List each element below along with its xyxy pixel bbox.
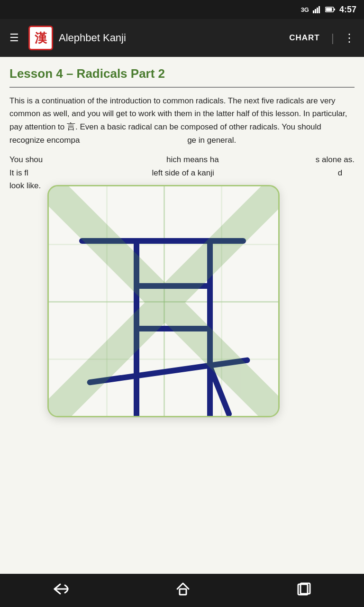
status-bar: 3G 4:57 [0, 0, 364, 19]
title-divider [9, 87, 355, 88]
home-nav-icon[interactable] [175, 581, 191, 600]
lesson-title: Lesson 4 – Radicals Part 2 [9, 66, 355, 81]
hamburger-menu-icon[interactable]: ☰ [6, 28, 23, 48]
back-nav-icon[interactable] [53, 582, 70, 599]
more-options-icon[interactable]: ⋮ [340, 28, 358, 48]
signal-indicator: 3G [301, 6, 309, 13]
clock: 4:57 [339, 5, 356, 15]
svg-rect-0 [313, 10, 314, 13]
grid-guide-svg [49, 186, 280, 417]
divider: | [331, 31, 334, 45]
svg-rect-3 [318, 6, 320, 13]
recents-nav-icon[interactable] [296, 581, 311, 600]
chart-button[interactable]: CHART [283, 29, 326, 46]
battery-icon [325, 6, 336, 13]
nav-bar [0, 574, 364, 607]
drawing-canvas[interactable] [47, 185, 280, 417]
svg-rect-2 [317, 8, 318, 13]
svg-rect-16 [180, 589, 186, 595]
svg-rect-1 [315, 9, 316, 13]
app-title: Alephbet Kanji [59, 32, 278, 44]
svg-rect-6 [326, 8, 332, 11]
app-bar: ☰ 漢 Alephbet Kanji CHART | ⋮ [0, 19, 364, 57]
signal-bars-icon [313, 6, 321, 13]
app-logo: 漢 [28, 26, 53, 50]
lesson-paragraph-1: This is a continuation of the introducti… [9, 94, 355, 147]
main-content: Lesson 4 – Radicals Part 2 This is a con… [0, 57, 364, 434]
svg-rect-5 [334, 9, 335, 10]
